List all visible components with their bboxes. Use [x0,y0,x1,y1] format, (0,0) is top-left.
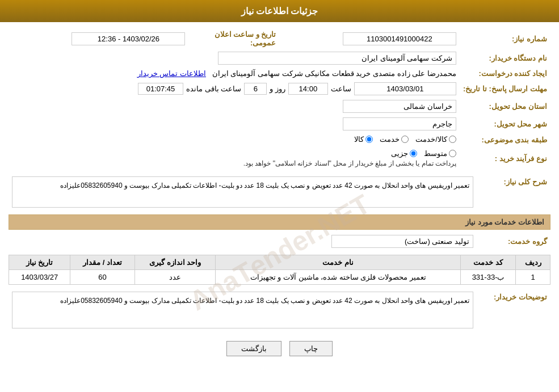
row-city: شهر محل تحویل: جاجرم [9,115,550,133]
table-header-row: ردیف کد خدمت نام خدمت واحد اندازه گیری ت… [9,255,550,270]
deadline-remaining-label: ساعت باقی مانده [186,85,241,93]
creator-contact-link[interactable]: اطلاعات تماس خریدار [137,69,206,78]
col-qty: تعداد / مقدار [70,255,135,270]
category-kala-khedmat-item: کالا/خدمت [415,135,456,144]
buyer-org-value: شرکت سهامی آلومینای ایران [218,52,456,65]
services-section-title: اطلاعات خدمات مورد نیاز [9,214,550,230]
row-need-number: شماره نیاز: 1103001491000422 تاریخ و ساع… [9,28,550,49]
creator-name: محمدرضا علی زاده متصدی خرید قطعات مکانیک… [212,69,456,78]
need-desc-label: شرح کلی نیاز: [477,174,550,210]
content-area: شماره نیاز: 1103001491000422 تاریخ و ساع… [0,22,559,368]
table-cell-1: ب-33-331 [460,270,515,285]
need-number-value: 1103001491000422 [343,32,456,45]
table-cell-2: تعمیر محصولات فلزی ساخته شده، ماشین آلات… [216,270,460,285]
purchase-mottaset-radio[interactable] [449,150,456,157]
row-creator: ایجاد کننده درخواست: محمدرضا علی زاده مت… [9,67,550,80]
deadline-row: 1403/03/01 ساعت 14:00 روز و 6 ساعت باقی … [138,82,456,95]
need-description-value: تعمیر اوریفیس های واحد انحلال به صورت 42… [12,176,473,208]
row-buyer-org: نام دستگاه خریدار: شرکت سهامی آلومینای ا… [9,49,550,67]
table-cell-3: عدد [135,270,216,285]
category-khedmat-item: خدمت [380,135,409,144]
service-group-label: گروه خدمت: [477,233,550,250]
buyer-desc-table: توضیحات خریدار: تعمیر اوریفیس های واحد ا… [9,289,550,331]
table-cell-4: 60 [70,270,135,285]
service-group-table: گروه خدمت: تولید صنعتی (ساخت) [9,233,550,250]
category-kala-item: کالا [354,135,373,144]
row-category: طبقه بندی موضوعی: کالا/خدمت خدمت [9,133,550,147]
deadline-time: 14:00 [288,83,328,95]
page-header: جزئیات اطلاعات نیاز [0,0,559,22]
purchase-type-radio-group: متوسط جزیی [391,149,456,158]
buyer-org-label: نام دستگاه خریدار: [460,49,550,67]
deadline-remaining: 01:07:45 [138,83,183,95]
table-row: 1ب-33-331تعمیر محصولات فلزی ساخته شده، م… [9,270,550,285]
category-kala-khedmat-radio[interactable] [449,136,456,143]
category-khedmat-radio[interactable] [401,136,409,143]
services-data-table: ردیف کد خدمت نام خدمت واحد اندازه گیری ت… [9,255,550,285]
deadline-label: مهلت ارسال پاسخ: تا تاریخ: [460,80,550,98]
info-table: شماره نیاز: 1103001491000422 تاریخ و ساع… [9,28,550,170]
col-date: تاریخ نیاز [9,255,70,270]
button-area: چاپ بازگشت [9,335,550,362]
deadline-date: 1403/03/01 [354,82,456,95]
need-desc-table: شرح کلی نیاز: تعمیر اوریفیس های واحد انح… [9,174,550,210]
deadline-days-label: روز و [270,85,285,93]
city-value: جاجرم [343,117,456,130]
category-khedmat-label: خدمت [380,135,400,144]
table-header: ردیف کد خدمت نام خدمت واحد اندازه گیری ت… [9,255,550,270]
service-group-value: تولید صنعتی (ساخت) [331,235,473,248]
purchase-jozvi-label: جزیی [391,149,408,158]
row-deadline: مهلت ارسال پاسخ: تا تاریخ: 1403/03/01 سا… [9,80,550,98]
col-unit: واحد اندازه گیری [135,255,216,270]
purchase-jozvi-radio[interactable] [410,150,417,157]
buyer-desc-label: توضیحات خریدار: [477,289,550,331]
page-title: جزئیات اطلاعات نیاز [241,6,318,16]
need-number-label: شماره نیاز: [460,28,550,49]
table-cell-5: 1403/03/27 [9,270,70,285]
category-radio-group: کالا/خدمت خدمت کالا [354,135,456,144]
row-province: استان محل تحویل: خراسان شمالی [9,98,550,115]
category-kala-radio[interactable] [365,136,373,143]
purchase-type-label: نوع فرآیند خرید : [460,147,550,170]
purchase-mottaset-item: متوسط [424,149,456,158]
table-body: 1ب-33-331تعمیر محصولات فلزی ساخته شده، م… [9,270,550,285]
row-purchase-type: نوع فرآیند خرید : متوسط جزیی پرداخت تم [9,147,550,170]
table-cell-0: 1 [516,270,550,285]
province-label: استان محل تحویل: [460,98,550,115]
category-kala-label: کالا [354,135,364,144]
purchase-jozvi-item: جزیی [391,149,417,158]
need-description-section: AnaТender.NET شرح کلی نیاز: تعمیر اوریفی… [9,174,550,331]
print-button[interactable]: چاپ [289,341,333,356]
col-row-num: ردیف [516,255,550,270]
back-button[interactable]: بازگشت [226,341,281,356]
creator-label: ایجاد کننده درخواست: [460,67,550,80]
deadline-time-label: ساعت [331,85,351,93]
page-container: جزئیات اطلاعات نیاز شماره نیاز: 11030014… [0,0,559,392]
row-need-desc: شرح کلی نیاز: تعمیر اوریفیس های واحد انح… [9,174,550,210]
category-kala-khedmat-label: کالا/خدمت [415,135,447,144]
category-label: طبقه بندی موضوعی: [460,133,550,147]
province-value: خراسان شمالی [343,100,456,113]
col-code: کد خدمت [460,255,515,270]
purchase-mottaset-label: متوسط [424,149,447,158]
buyer-description-value: تعمیر اوریفیس های واحد انحلال به صورت 42… [12,292,473,328]
city-label: شهر محل تحویل: [460,115,550,133]
deadline-days: 6 [244,83,267,95]
announcement-value: 1403/02/26 - 12:36 [72,32,185,45]
purchase-note: پرداخت تمام یا بخشی از مبلغ خریدار از مح… [243,159,456,167]
row-buyer-desc: توضیحات خریدار: تعمیر اوریفیس های واحد ا… [9,289,550,331]
row-service-group: گروه خدمت: تولید صنعتی (ساخت) [9,233,550,250]
announcement-label: تاریخ و ساعت اعلان عمومی: [188,28,279,49]
col-name: نام خدمت [216,255,460,270]
